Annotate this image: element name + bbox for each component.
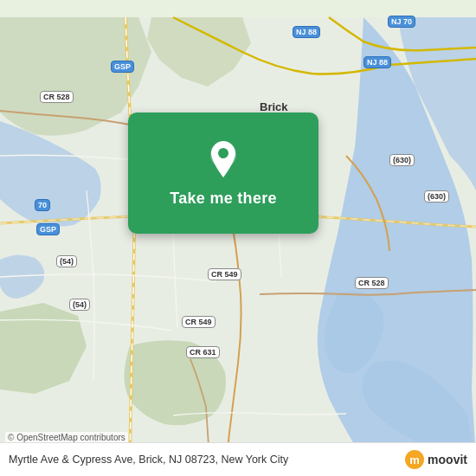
- take-me-there-button-label: Take me there: [170, 190, 277, 208]
- route-badge-r54b: (54): [69, 299, 90, 311]
- route-badge-gsp2: GSP: [36, 223, 60, 235]
- moovit-logo: m moovit: [405, 450, 467, 469]
- address-text: Myrtle Ave & Cypress Ave, Brick, NJ 0872…: [9, 453, 400, 466]
- map-background: Brick: [0, 0, 476, 476]
- route-badge-cr528a: CR 528: [40, 91, 74, 103]
- moovit-m-icon: m: [405, 450, 424, 469]
- route-badge-r70: 70: [35, 199, 50, 211]
- route-badge-nj88b: NJ 88: [363, 56, 391, 68]
- route-badge-r54a: (54): [56, 255, 77, 267]
- bottom-bar: Myrtle Ave & Cypress Ave, Brick, NJ 0872…: [0, 442, 476, 476]
- svg-text:Brick: Brick: [260, 100, 288, 113]
- route-badge-gsp1: GSP: [111, 61, 134, 73]
- route-badge-nj88a: NJ 88: [293, 26, 320, 38]
- route-badge-cr528b: CR 528: [355, 277, 389, 289]
- map-pin-icon: [203, 139, 244, 181]
- route-badge-cr549a: CR 549: [208, 268, 241, 280]
- route-badge-cr631: CR 631: [186, 346, 220, 358]
- route-badge-nj70: NJ 70: [388, 16, 415, 28]
- route-badge-cr630a: (630): [389, 154, 415, 166]
- moovit-logo-text: moovit: [428, 453, 467, 466]
- svg-point-4: [218, 148, 228, 158]
- action-card[interactable]: Take me there: [128, 113, 318, 234]
- route-badge-cr549b: CR 549: [182, 316, 215, 328]
- route-badge-cr630b: (630): [424, 190, 449, 203]
- map-container: Brick NJ 70 NJ 88 NJ 88 CR 528 (630) (63…: [0, 0, 476, 476]
